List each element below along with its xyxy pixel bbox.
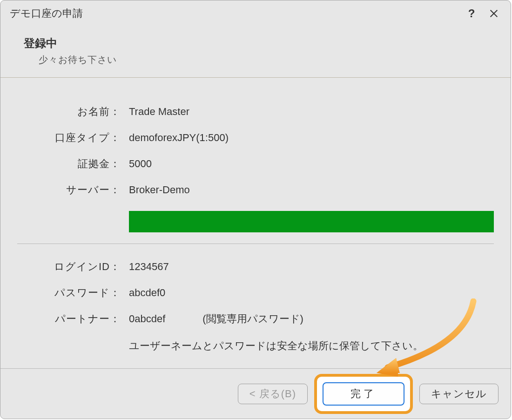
close-button[interactable]: [483, 2, 505, 25]
content-area: お名前： Trade Master 口座タイプ： demoforexJPY(1:…: [0, 78, 511, 368]
cancel-button-label: キャンセル: [431, 387, 487, 401]
progress-bar: [129, 211, 494, 232]
field-deposit: 証拠金： 5000: [17, 157, 494, 171]
help-icon: ?: [468, 7, 475, 20]
close-icon: [489, 8, 499, 19]
deposit-value: 5000: [121, 158, 152, 170]
header-title: 登録中: [19, 36, 492, 51]
demo-account-dialog: デモ口座の申請 ? 登録中 少々お待ち下さい お名前： Trade Master…: [0, 0, 511, 419]
progress-container: [129, 211, 494, 232]
field-server: サーバー： Broker-Demo: [17, 183, 494, 197]
cancel-button[interactable]: キャンセル: [419, 384, 499, 404]
name-label: お名前：: [17, 105, 121, 119]
field-password: パスワード： abcdef0: [17, 286, 494, 300]
type-value: demoforexJPY(1:500): [121, 132, 229, 144]
server-value: Broker-Demo: [121, 184, 190, 196]
dialog-title: デモ口座の申請: [10, 7, 83, 20]
partner-value: 0abcdef: [121, 313, 165, 325]
help-button[interactable]: ?: [460, 2, 483, 25]
field-login: ログインID： 1234567: [17, 260, 494, 274]
finish-highlight: 完了: [314, 374, 413, 414]
header-area: 登録中 少々お待ち下さい: [0, 27, 511, 78]
login-label: ログインID：: [17, 260, 121, 274]
footer-bar: < 戻る(B) 完了 キャンセル: [0, 368, 511, 419]
partner-note: (閲覧専用パスワード): [165, 312, 303, 326]
finish-button[interactable]: 完了: [323, 382, 404, 406]
login-value: 1234567: [121, 261, 169, 273]
titlebar: デモ口座の申請 ?: [0, 0, 511, 27]
type-label: 口座タイプ：: [17, 131, 121, 145]
field-account-type: 口座タイプ： demoforexJPY(1:500): [17, 131, 494, 145]
name-value: Trade Master: [121, 106, 189, 118]
section-divider: [17, 244, 494, 244]
field-partner: パートナー： 0abcdef (閲覧専用パスワード): [17, 312, 494, 326]
partner-label: パートナー：: [17, 312, 121, 326]
header-subtitle: 少々お待ち下さい: [19, 54, 492, 66]
password-label: パスワード：: [17, 286, 121, 300]
password-value: abcdef0: [121, 287, 165, 299]
back-button[interactable]: < 戻る(B): [238, 384, 308, 404]
deposit-label: 証拠金：: [17, 157, 121, 171]
safety-note: ユーザーネームとパスワードは安全な場所に保管して下さい。: [129, 339, 494, 353]
back-button-label: < 戻る(B): [249, 387, 296, 401]
field-name: お名前： Trade Master: [17, 105, 494, 119]
server-label: サーバー：: [17, 183, 121, 197]
finish-button-label: 完了: [350, 387, 377, 401]
